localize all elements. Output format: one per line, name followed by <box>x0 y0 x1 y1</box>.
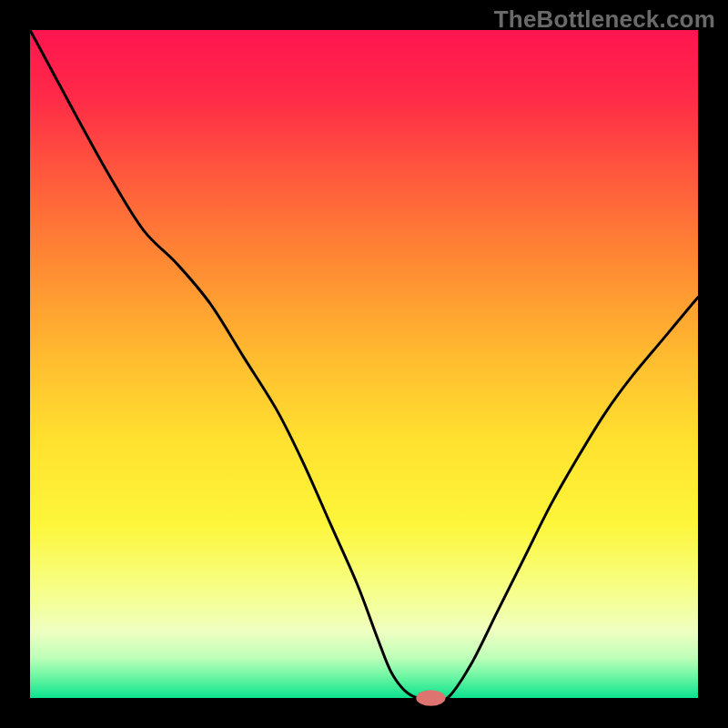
chart-svg <box>0 0 728 728</box>
sweet-spot-marker <box>416 690 445 706</box>
watermark-text: TheBottleneck.com <box>494 5 715 34</box>
bottleneck-chart: TheBottleneck.com <box>0 0 728 728</box>
